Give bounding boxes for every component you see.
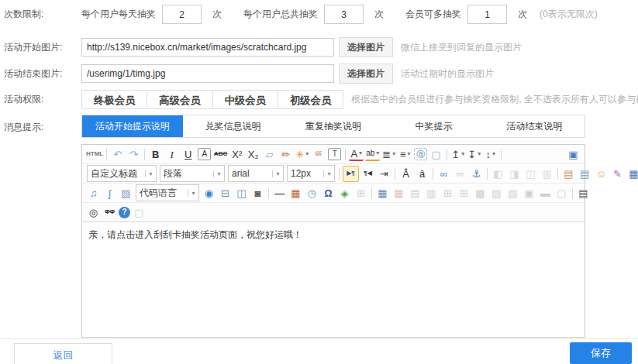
back-button[interactable]: 返回 <box>14 343 112 364</box>
ordered-list-icon[interactable]: ≣ <box>381 147 396 162</box>
bold-icon[interactable]: B <box>148 147 163 162</box>
scrawl-icon[interactable]: ✎ <box>610 167 625 181</box>
member-level-button[interactable]: 高级会员 <box>147 90 212 109</box>
paragraph-select[interactable]: 段落▾ <box>160 165 225 182</box>
total-limit-label: 每个用户总共抽奖 <box>243 8 318 21</box>
indent-icon[interactable]: ⇥ <box>377 167 391 181</box>
insert-code-icon[interactable]: ◉ <box>202 186 216 201</box>
blockquote-icon[interactable]: 66 <box>311 147 326 162</box>
redo-icon[interactable]: ↷ <box>126 147 141 162</box>
auto-typeset-icon[interactable]: ✳ <box>295 147 309 162</box>
insert-row-icon[interactable]: ⊞ <box>440 186 455 201</box>
unlink-icon[interactable]: ∞ <box>453 167 467 181</box>
font-size-select[interactable]: 12px▾ <box>287 165 335 182</box>
font-family-select[interactable]: arial▾ <box>228 165 284 182</box>
font-color-icon[interactable]: A <box>349 148 364 161</box>
special-char-icon[interactable]: Ω <box>321 186 336 201</box>
member-level-button[interactable]: 终极会员 <box>81 90 147 109</box>
daily-limit-input[interactable] <box>162 5 202 24</box>
unordered-list-icon[interactable]: ≡ <box>398 147 412 162</box>
code-language-select[interactable]: 代码语言▾ <box>136 184 199 201</box>
source-code-icon[interactable]: HTML <box>86 147 103 162</box>
word-paste-icon[interactable]: ▢ <box>132 205 147 220</box>
start-image-pick-button[interactable]: 选择图片 <box>339 37 393 57</box>
to-uppercase-icon[interactable]: Â <box>398 167 413 181</box>
undo-icon[interactable]: ↶ <box>110 147 125 162</box>
message-tab[interactable]: 中奖提示 <box>384 115 485 137</box>
highlight-color-icon[interactable]: ab <box>365 148 380 161</box>
music-icon[interactable]: ♫ <box>86 186 101 201</box>
table-row-title-icon[interactable]: ▤ <box>408 186 422 201</box>
map-icon[interactable]: ▨ <box>119 186 133 201</box>
rtl-icon[interactable]: ¶◀ <box>360 167 375 181</box>
ltr-icon[interactable]: ▶¶ <box>343 166 359 182</box>
message-tab[interactable]: 活动结束说明 <box>484 115 585 137</box>
help-icon[interactable]: ? <box>119 207 130 218</box>
message-tab[interactable]: 活动开始提示说明 <box>82 115 183 137</box>
snapshot-icon[interactable]: ◙ <box>250 186 265 201</box>
indent-top-icon[interactable]: ↥ <box>450 147 465 162</box>
chevron-down-icon: ▾ <box>145 170 156 177</box>
table-sort-icon[interactable]: ▬ <box>538 186 553 201</box>
subscript-icon[interactable]: X₂ <box>246 147 260 162</box>
paste-plain-icon[interactable]: T <box>328 148 341 160</box>
paragraph-spacing-icon[interactable]: ↧ <box>467 147 481 162</box>
remove-format-icon[interactable]: ▱ <box>262 147 277 162</box>
table-col-title-icon[interactable]: ▥ <box>424 186 439 201</box>
insert-table-icon[interactable]: ▦ <box>375 186 390 201</box>
doc-page-icon[interactable]: ▢ <box>554 186 569 201</box>
image-align-center-icon[interactable]: ◫ <box>523 167 538 181</box>
message-tab[interactable]: 兑奖信息说明 <box>183 115 284 137</box>
horizontal-rule-icon[interactable]: — <box>272 186 287 201</box>
end-image-pick-button[interactable]: 选择图片 <box>339 64 393 84</box>
insert-col-icon[interactable]: ⊞ <box>457 186 471 201</box>
member-extra-input[interactable] <box>467 5 507 24</box>
print-icon[interactable]: ▤ <box>576 186 591 201</box>
strikethrough-icon[interactable]: ABC <box>213 147 228 162</box>
format-painter-icon[interactable]: ✏ <box>278 147 293 162</box>
toolbar-separator <box>345 149 346 160</box>
editor-body[interactable]: 亲，请点击进入刮刮卡抽奖活动页面，祝您好运哦！ <box>82 221 585 337</box>
member-level-button[interactable]: 中级会员 <box>212 90 278 109</box>
total-limit-input[interactable] <box>324 5 364 24</box>
member-level-button[interactable]: 初级会员 <box>278 90 343 109</box>
time-icon[interactable]: ◷ <box>305 186 319 201</box>
baidu-map-icon[interactable]: ◈ <box>337 186 352 201</box>
superscript-icon[interactable]: X² <box>229 147 244 162</box>
anchor-text-icon[interactable]: ⓐ <box>414 148 427 160</box>
anchor-icon[interactable]: ⚓ <box>469 167 484 181</box>
start-image-url-input[interactable] <box>81 38 334 57</box>
date-icon[interactable]: ▦ <box>288 186 303 201</box>
upload-image-icon[interactable]: ▤ <box>578 167 592 181</box>
end-image-url-input[interactable] <box>81 64 334 83</box>
page-break-icon[interactable]: ⊟ <box>218 186 233 201</box>
attachment-icon[interactable]: ʃ <box>102 186 117 201</box>
underline-icon[interactable]: U <box>181 147 195 162</box>
iframe-icon[interactable]: ◫ <box>234 186 249 201</box>
line-spacing-icon[interactable]: ↕ <box>483 147 498 162</box>
custom-title-select-value: 自定义标题 <box>88 167 145 180</box>
bordered-text-icon[interactable]: A <box>198 148 211 160</box>
split-row-icon[interactable]: ▨ <box>489 186 504 201</box>
video-icon[interactable]: ▦ <box>626 167 638 181</box>
find-replace-icon[interactable]: ΦΦ <box>102 205 117 220</box>
fullscreen-icon[interactable]: ▣ <box>566 147 581 162</box>
link-icon[interactable]: ∞ <box>436 167 451 181</box>
merge-cells-icon[interactable]: ▩ <box>473 186 488 201</box>
split-col-icon[interactable]: ▧ <box>505 186 520 201</box>
new-doc-icon[interactable]: ▢ <box>429 147 443 162</box>
italic-icon[interactable]: I <box>164 147 179 162</box>
delete-table-icon[interactable]: ▦ <box>391 186 406 201</box>
emotion-icon[interactable]: ☺ <box>594 167 609 181</box>
insert-image-icon[interactable]: ▤ <box>561 167 576 181</box>
full-table-icon[interactable]: ▣ <box>522 186 536 201</box>
formula-icon[interactable]: ⊞ <box>353 186 368 201</box>
save-button[interactable]: 保存 <box>570 342 632 364</box>
custom-title-select[interactable]: 自定义标题▾ <box>87 165 157 182</box>
preview-icon[interactable]: ◎ <box>86 205 101 220</box>
image-align-none-icon[interactable]: ◧ <box>491 167 505 181</box>
image-align-left-icon[interactable]: ◨ <box>507 167 522 181</box>
image-align-right-icon[interactable]: ▥ <box>540 167 554 181</box>
message-tab[interactable]: 重复抽奖说明 <box>283 115 384 137</box>
to-lowercase-icon[interactable]: â <box>415 167 429 181</box>
